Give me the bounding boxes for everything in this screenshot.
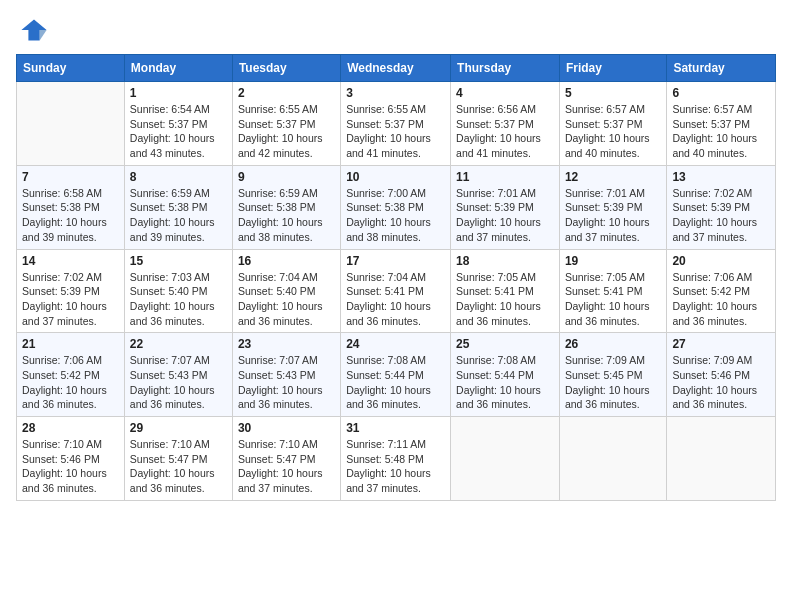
day-cell: 17Sunrise: 7:04 AMSunset: 5:41 PMDayligh… (341, 249, 451, 333)
day-number: 26 (565, 337, 661, 351)
week-row-5: 28Sunrise: 7:10 AMSunset: 5:46 PMDayligh… (17, 417, 776, 501)
day-info: Sunrise: 6:57 AMSunset: 5:37 PMDaylight:… (672, 102, 770, 161)
day-number: 16 (238, 254, 335, 268)
day-info: Sunrise: 7:02 AMSunset: 5:39 PMDaylight:… (22, 270, 119, 329)
day-number: 3 (346, 86, 445, 100)
day-cell: 4Sunrise: 6:56 AMSunset: 5:37 PMDaylight… (451, 82, 560, 166)
day-number: 15 (130, 254, 227, 268)
header (0, 0, 792, 54)
weekday-header-friday: Friday (559, 55, 666, 82)
day-info: Sunrise: 7:07 AMSunset: 5:43 PMDaylight:… (130, 353, 227, 412)
day-cell: 2Sunrise: 6:55 AMSunset: 5:37 PMDaylight… (232, 82, 340, 166)
day-number: 24 (346, 337, 445, 351)
day-cell: 11Sunrise: 7:01 AMSunset: 5:39 PMDayligh… (451, 165, 560, 249)
day-number: 25 (456, 337, 554, 351)
day-cell: 24Sunrise: 7:08 AMSunset: 5:44 PMDayligh… (341, 333, 451, 417)
day-cell: 16Sunrise: 7:04 AMSunset: 5:40 PMDayligh… (232, 249, 340, 333)
day-number: 17 (346, 254, 445, 268)
day-number: 11 (456, 170, 554, 184)
day-cell: 7Sunrise: 6:58 AMSunset: 5:38 PMDaylight… (17, 165, 125, 249)
day-info: Sunrise: 7:08 AMSunset: 5:44 PMDaylight:… (346, 353, 445, 412)
day-info: Sunrise: 6:55 AMSunset: 5:37 PMDaylight:… (238, 102, 335, 161)
day-info: Sunrise: 7:04 AMSunset: 5:41 PMDaylight:… (346, 270, 445, 329)
day-info: Sunrise: 6:59 AMSunset: 5:38 PMDaylight:… (238, 186, 335, 245)
day-number: 12 (565, 170, 661, 184)
day-info: Sunrise: 7:05 AMSunset: 5:41 PMDaylight:… (456, 270, 554, 329)
day-number: 28 (22, 421, 119, 435)
day-number: 5 (565, 86, 661, 100)
day-info: Sunrise: 6:59 AMSunset: 5:38 PMDaylight:… (130, 186, 227, 245)
day-cell: 9Sunrise: 6:59 AMSunset: 5:38 PMDaylight… (232, 165, 340, 249)
day-info: Sunrise: 7:01 AMSunset: 5:39 PMDaylight:… (456, 186, 554, 245)
day-info: Sunrise: 7:02 AMSunset: 5:39 PMDaylight:… (672, 186, 770, 245)
day-info: Sunrise: 7:08 AMSunset: 5:44 PMDaylight:… (456, 353, 554, 412)
day-cell: 21Sunrise: 7:06 AMSunset: 5:42 PMDayligh… (17, 333, 125, 417)
day-info: Sunrise: 7:10 AMSunset: 5:47 PMDaylight:… (130, 437, 227, 496)
day-number: 29 (130, 421, 227, 435)
weekday-header-thursday: Thursday (451, 55, 560, 82)
day-info: Sunrise: 6:55 AMSunset: 5:37 PMDaylight:… (346, 102, 445, 161)
day-cell: 27Sunrise: 7:09 AMSunset: 5:46 PMDayligh… (667, 333, 776, 417)
day-cell: 22Sunrise: 7:07 AMSunset: 5:43 PMDayligh… (124, 333, 232, 417)
day-info: Sunrise: 6:56 AMSunset: 5:37 PMDaylight:… (456, 102, 554, 161)
day-cell: 14Sunrise: 7:02 AMSunset: 5:39 PMDayligh… (17, 249, 125, 333)
weekday-header-monday: Monday (124, 55, 232, 82)
day-cell: 28Sunrise: 7:10 AMSunset: 5:46 PMDayligh… (17, 417, 125, 501)
svg-marker-1 (40, 30, 47, 41)
day-number: 14 (22, 254, 119, 268)
day-cell: 5Sunrise: 6:57 AMSunset: 5:37 PMDaylight… (559, 82, 666, 166)
day-number: 23 (238, 337, 335, 351)
weekday-header-tuesday: Tuesday (232, 55, 340, 82)
day-cell: 12Sunrise: 7:01 AMSunset: 5:39 PMDayligh… (559, 165, 666, 249)
week-row-2: 7Sunrise: 6:58 AMSunset: 5:38 PMDaylight… (17, 165, 776, 249)
page: SundayMondayTuesdayWednesdayThursdayFrid… (0, 0, 792, 612)
day-info: Sunrise: 6:58 AMSunset: 5:38 PMDaylight:… (22, 186, 119, 245)
day-info: Sunrise: 7:11 AMSunset: 5:48 PMDaylight:… (346, 437, 445, 496)
day-info: Sunrise: 7:06 AMSunset: 5:42 PMDaylight:… (22, 353, 119, 412)
day-cell: 13Sunrise: 7:02 AMSunset: 5:39 PMDayligh… (667, 165, 776, 249)
day-cell: 15Sunrise: 7:03 AMSunset: 5:40 PMDayligh… (124, 249, 232, 333)
weekday-header-wednesday: Wednesday (341, 55, 451, 82)
day-cell: 10Sunrise: 7:00 AMSunset: 5:38 PMDayligh… (341, 165, 451, 249)
day-cell: 18Sunrise: 7:05 AMSunset: 5:41 PMDayligh… (451, 249, 560, 333)
day-info: Sunrise: 7:10 AMSunset: 5:46 PMDaylight:… (22, 437, 119, 496)
day-number: 21 (22, 337, 119, 351)
day-cell: 31Sunrise: 7:11 AMSunset: 5:48 PMDayligh… (341, 417, 451, 501)
day-cell: 8Sunrise: 6:59 AMSunset: 5:38 PMDaylight… (124, 165, 232, 249)
day-cell: 19Sunrise: 7:05 AMSunset: 5:41 PMDayligh… (559, 249, 666, 333)
day-number: 13 (672, 170, 770, 184)
weekday-header-saturday: Saturday (667, 55, 776, 82)
day-number: 20 (672, 254, 770, 268)
day-info: Sunrise: 6:57 AMSunset: 5:37 PMDaylight:… (565, 102, 661, 161)
day-number: 31 (346, 421, 445, 435)
day-cell (667, 417, 776, 501)
day-number: 10 (346, 170, 445, 184)
week-row-1: 1Sunrise: 6:54 AMSunset: 5:37 PMDaylight… (17, 82, 776, 166)
day-info: Sunrise: 7:07 AMSunset: 5:43 PMDaylight:… (238, 353, 335, 412)
logo (20, 16, 50, 44)
day-cell: 29Sunrise: 7:10 AMSunset: 5:47 PMDayligh… (124, 417, 232, 501)
weekday-header-row: SundayMondayTuesdayWednesdayThursdayFrid… (17, 55, 776, 82)
week-row-3: 14Sunrise: 7:02 AMSunset: 5:39 PMDayligh… (17, 249, 776, 333)
day-info: Sunrise: 7:00 AMSunset: 5:38 PMDaylight:… (346, 186, 445, 245)
day-number: 7 (22, 170, 119, 184)
day-cell (559, 417, 666, 501)
day-info: Sunrise: 7:05 AMSunset: 5:41 PMDaylight:… (565, 270, 661, 329)
day-cell: 23Sunrise: 7:07 AMSunset: 5:43 PMDayligh… (232, 333, 340, 417)
day-number: 9 (238, 170, 335, 184)
day-cell: 30Sunrise: 7:10 AMSunset: 5:47 PMDayligh… (232, 417, 340, 501)
day-info: Sunrise: 7:01 AMSunset: 5:39 PMDaylight:… (565, 186, 661, 245)
day-info: Sunrise: 7:06 AMSunset: 5:42 PMDaylight:… (672, 270, 770, 329)
day-info: Sunrise: 7:09 AMSunset: 5:46 PMDaylight:… (672, 353, 770, 412)
day-info: Sunrise: 7:09 AMSunset: 5:45 PMDaylight:… (565, 353, 661, 412)
day-cell: 25Sunrise: 7:08 AMSunset: 5:44 PMDayligh… (451, 333, 560, 417)
day-cell: 1Sunrise: 6:54 AMSunset: 5:37 PMDaylight… (124, 82, 232, 166)
day-cell (451, 417, 560, 501)
day-cell: 20Sunrise: 7:06 AMSunset: 5:42 PMDayligh… (667, 249, 776, 333)
day-number: 6 (672, 86, 770, 100)
day-number: 27 (672, 337, 770, 351)
calendar: SundayMondayTuesdayWednesdayThursdayFrid… (16, 54, 776, 501)
day-info: Sunrise: 6:54 AMSunset: 5:37 PMDaylight:… (130, 102, 227, 161)
day-number: 2 (238, 86, 335, 100)
day-number: 19 (565, 254, 661, 268)
